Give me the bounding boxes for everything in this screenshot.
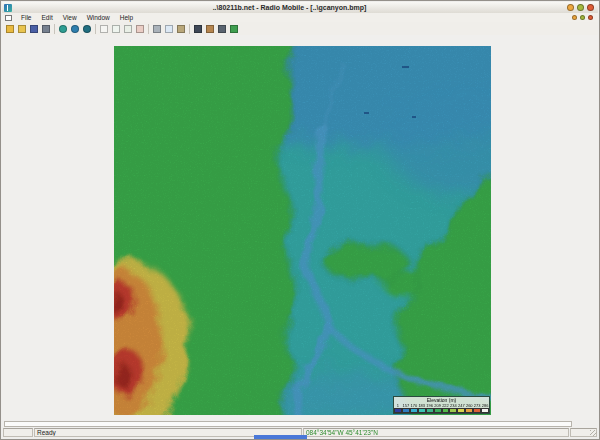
progress-bar-track bbox=[4, 421, 572, 427]
legend-swatch bbox=[402, 408, 410, 413]
import-export-icon bbox=[42, 25, 50, 33]
elevation-grid-button[interactable] bbox=[81, 23, 93, 34]
save-file-button[interactable] bbox=[28, 23, 40, 34]
legend-swatch bbox=[481, 408, 489, 413]
legend-swatch bbox=[442, 408, 450, 413]
legend-swatches bbox=[394, 408, 489, 413]
terrain-map bbox=[114, 46, 491, 415]
legend-swatch bbox=[410, 408, 418, 413]
minimize-button[interactable] bbox=[567, 4, 574, 11]
toolbar-separator bbox=[95, 24, 96, 34]
draw-button[interactable] bbox=[204, 23, 216, 34]
copy-button[interactable] bbox=[163, 23, 175, 34]
options-button[interactable] bbox=[228, 23, 240, 34]
radio-mobile-window: ..\80211b.net - Radio Mobile - [..\gcany… bbox=[0, 0, 600, 440]
terrain-noise-overlay bbox=[114, 46, 491, 415]
child-restore-button[interactable] bbox=[580, 15, 585, 20]
options-grid-icon bbox=[230, 25, 238, 33]
map-properties-button[interactable] bbox=[57, 23, 69, 34]
resize-grip[interactable] bbox=[590, 430, 597, 436]
legend-swatch bbox=[449, 408, 457, 413]
toolbar-separator bbox=[54, 24, 55, 34]
close-button[interactable] bbox=[587, 4, 594, 11]
map-viewport[interactable]: Elevation (m) 1 157 170 183 196 209 222 … bbox=[114, 46, 491, 415]
menu-view[interactable]: View bbox=[58, 13, 82, 22]
legend-swatch bbox=[426, 408, 434, 413]
child-close-button[interactable] bbox=[588, 15, 593, 20]
legend-swatch bbox=[434, 408, 442, 413]
menu-file[interactable]: File bbox=[16, 13, 36, 22]
measure-icon bbox=[218, 25, 226, 33]
print-button[interactable] bbox=[151, 23, 163, 34]
legend-swatch bbox=[465, 408, 473, 413]
new-picture-button[interactable] bbox=[98, 23, 110, 34]
copy-icon bbox=[165, 25, 173, 33]
child-minimize-button[interactable] bbox=[572, 15, 577, 20]
picture-icon bbox=[100, 25, 108, 33]
window-title: ..\80211b.net - Radio Mobile - [..\gcany… bbox=[12, 2, 567, 13]
menu-edit[interactable]: Edit bbox=[36, 13, 57, 22]
legend-swatch bbox=[394, 408, 402, 413]
paste-icon bbox=[177, 25, 185, 33]
child-window-buttons bbox=[572, 15, 593, 20]
globe-icon bbox=[59, 25, 67, 33]
export-picture-button[interactable] bbox=[134, 23, 146, 34]
new-file-button[interactable] bbox=[4, 23, 16, 34]
find-button[interactable] bbox=[192, 23, 204, 34]
floppy-disk-icon bbox=[30, 25, 38, 33]
paste-button[interactable] bbox=[175, 23, 187, 34]
printer-icon bbox=[153, 25, 161, 33]
legend-swatch bbox=[418, 408, 426, 413]
taskbar-sliver bbox=[254, 435, 307, 439]
save-picture-button[interactable] bbox=[122, 23, 134, 34]
maximize-button[interactable] bbox=[577, 4, 584, 11]
menu-help[interactable]: Help bbox=[115, 13, 138, 22]
binoculars-icon bbox=[194, 25, 202, 33]
globe-icon bbox=[83, 25, 91, 33]
import-export-button[interactable] bbox=[40, 23, 52, 34]
child-window-icon[interactable] bbox=[5, 15, 12, 21]
toolbar-separator bbox=[148, 24, 149, 34]
picture-icon bbox=[124, 25, 132, 33]
menu-window[interactable]: Window bbox=[82, 13, 115, 22]
measure-button[interactable] bbox=[216, 23, 228, 34]
elevation-legend: Elevation (m) 1 157 170 183 196 209 222 … bbox=[393, 396, 490, 414]
app-icon bbox=[4, 4, 12, 12]
picture-export-icon bbox=[136, 25, 144, 33]
open-file-button[interactable] bbox=[16, 23, 28, 34]
status-panel-empty bbox=[3, 428, 33, 437]
legend-swatch bbox=[473, 408, 481, 413]
open-picture-button[interactable] bbox=[110, 23, 122, 34]
legend-swatch bbox=[457, 408, 465, 413]
open-folder-icon bbox=[18, 25, 26, 33]
status-coordinates: 084°34'54"W 45°41'23"N bbox=[303, 428, 569, 437]
toolbar-separator bbox=[189, 24, 190, 34]
new-file-icon bbox=[6, 25, 14, 33]
picture-icon bbox=[112, 25, 120, 33]
globe-icon bbox=[71, 25, 79, 33]
pencil-icon bbox=[206, 25, 214, 33]
window-buttons bbox=[567, 4, 594, 11]
merge-pictures-button[interactable] bbox=[69, 23, 81, 34]
toolbar bbox=[2, 22, 598, 36]
